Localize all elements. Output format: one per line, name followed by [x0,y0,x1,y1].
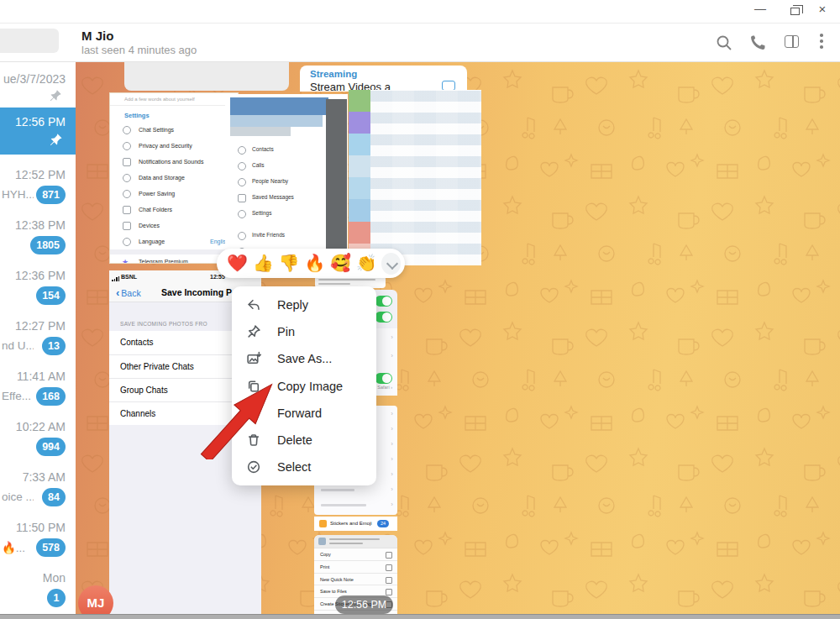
menu-item-forward[interactable]: Forward [232,400,376,427]
bottom-window-edge [0,614,840,619]
settings-row: Chat Settings [110,122,238,138]
reaction-clap[interactable]: 👏 [354,249,380,278]
link-site[interactable]: Streaming [310,69,357,79]
chat-list-item[interactable]: 12:38 PM 1805 [0,210,76,260]
chat-preview: HYH... [2,188,34,201]
divider [230,221,326,227]
unread-badge: 168 [36,387,66,406]
sidebar-search-field[interactable] [0,29,59,53]
restore-icon[interactable] [790,8,800,15]
menu-item-select[interactable]: Select [232,454,376,480]
mosaic-color-column [349,90,370,265]
link-preview-card[interactable]: Streaming Stream Videos a [300,66,467,92]
reaction-love-face[interactable]: 🥰 [328,249,354,278]
delete-icon [246,433,261,448]
file-thumbnail [318,538,326,545]
message-image-pixelated[interactable] [349,90,481,265]
peer-last-seen: last seen 4 minutes ago [81,44,197,56]
chat-list-item[interactable]: 12:52 PM HYH... 871 [0,160,76,210]
chat-list-item[interactable]: 7:33 AM oice ... 84 [0,462,76,512]
pin-icon [49,89,62,102]
unread-badge: 578 [36,538,66,557]
chat-time: 7:33 AM [23,470,66,484]
back-button[interactable]: ‹Back [116,286,141,299]
pin-icon [246,324,261,339]
telegram-desktop-window: — × M Jio last seen 4 minutes ago ue/3/7… [0,0,840,619]
unread-badge: 1805 [30,236,66,254]
share-sheet-header [314,535,397,548]
menu-item-reply[interactable]: Reply [232,291,376,318]
drawer-item: People Nearby [230,173,326,189]
chat-list-item[interactable]: 11:50 PM 🔥... 578 [0,512,76,563]
share-action: New Quick Note [314,574,397,586]
chat-preview: oice ... [2,490,34,503]
message-image-settings[interactable]: Add a few words about yourself Settings … [109,92,239,264]
blurred-header-2 [230,115,323,127]
toggle-on [375,296,392,307]
chat-time: 10:22 AM [16,420,66,433]
safari-value: Safari › [377,385,392,390]
window-titlebar: — × [0,0,840,24]
unread-badge: 994 [36,438,66,456]
toggle-on [375,312,392,323]
message-image-drawer[interactable]: Contacts Calls People Nearby Saved Messa… [225,94,348,267]
chat-time: Mon [43,571,66,585]
settings-row: Power Saving [110,186,238,202]
unread-badge: 871 [36,186,66,204]
bio-placeholder: Add a few words about yourself [110,93,238,106]
share-action: Copy [314,548,397,561]
reaction-thumbs-down[interactable]: 👎 [276,249,302,278]
right-panel-icon[interactable] [785,35,799,48]
chat-time: 12:36 PM [15,269,66,282]
message-context-menu: Reply Pin Save As... Copy Image Forward … [232,286,376,485]
menu-item-delete[interactable]: Delete [232,427,376,454]
reaction-fire[interactable]: 🔥 [302,249,328,278]
close-icon[interactable]: × [815,3,830,16]
peer-name[interactable]: M Jio [81,29,113,43]
chat-list-date[interactable]: ue/3/7/2023 [3,72,66,86]
chat-time: 12:27 PM [15,319,66,333]
chat-preview: nd U... [2,339,34,352]
drawer-item: Calls [230,157,326,173]
save-as-icon [246,351,261,366]
stickers-label: Stickers and Emoji [330,521,372,526]
chat-list-item[interactable]: 10:22 AM 994 [0,412,76,462]
chat-time: 12:56 PM [15,115,66,129]
chat-time: 11:50 PM [16,521,66,534]
partial-message-image[interactable] [124,62,289,91]
drawer-item: Contacts [230,141,326,157]
menu-item-pin[interactable]: Pin [232,318,376,345]
toggle-on [375,373,392,384]
select-icon [246,459,261,475]
screen-title: Save Incoming P [161,287,232,297]
chat-preview: Effe... [2,390,34,402]
chevron-down-icon[interactable] [381,253,402,275]
chat-list-item[interactable]: 12:27 PM nd U... 13 [0,311,76,361]
chat-list-item[interactable]: 12:36 PM 154 [0,260,76,311]
unread-badge: 13 [42,337,66,355]
menu-item-copy-image[interactable]: Copy Image [232,373,376,400]
blurred-header [230,97,328,115]
search-icon[interactable] [714,33,734,53]
call-icon[interactable] [748,33,768,53]
reaction-thumbs-up[interactable]: 👍 [250,249,276,278]
chat-list-item[interactable]: 11:41 AM Effe... 168 [0,361,76,412]
reaction-heart[interactable]: ❤️ [224,249,250,278]
chat-list-item[interactable]: Mon 1 [0,563,76,613]
message-timestamp: 12:56 PM [335,595,393,614]
unread-badge: 1 [47,589,66,607]
chat-list-item-selected[interactable]: 12:56 PM [0,108,76,155]
stickers-icon [319,520,327,527]
settings-row: LanguageEnglish [110,233,238,249]
menu-item-save-as[interactable]: Save As... [232,345,376,372]
settings-row: Data and Storage [110,170,238,186]
stickers-badge: 24 [377,520,389,527]
share-action: Print [314,561,397,574]
settings-row: Chat Folders [110,202,238,218]
drawer-item: Invite Friends [230,227,326,243]
menu-kebab-icon[interactable] [820,34,823,51]
minimize-icon[interactable]: — [753,2,768,15]
settings-row: Notifications and Sounds [110,154,238,170]
unread-badge: 84 [42,488,66,506]
chat-list-sidebar: ue/3/7/2023 12:56 PM 12:52 PM HYH... 871… [0,62,76,614]
